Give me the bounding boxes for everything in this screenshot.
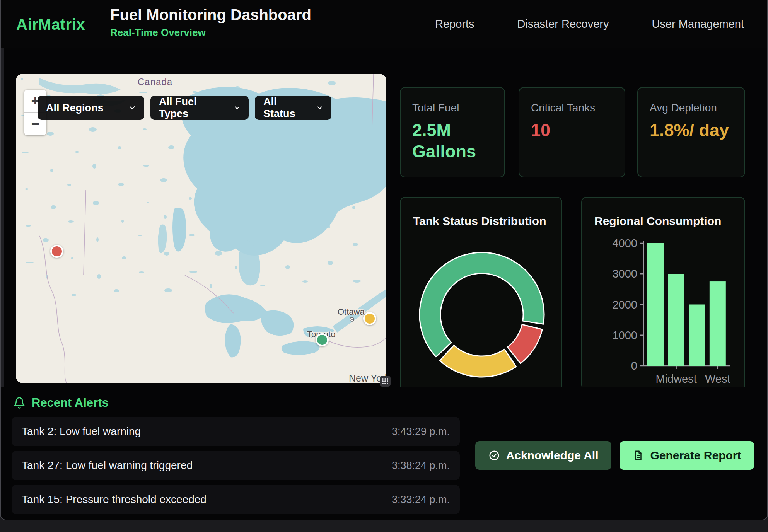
alert-text: Tank 2: Low fuel warning (22, 425, 141, 438)
app-window: AirMatrix Fuel Monitoring Dashboard Real… (0, 0, 768, 520)
fuel-type-filter-label: All Fuel Types (159, 96, 223, 120)
map-filter-row: All Regions All Fuel Types All Status (38, 96, 331, 120)
chevron-down-icon (233, 104, 241, 112)
alert-text: Tank 27: Low fuel warning triggered (22, 459, 193, 472)
stat-label: Total Fuel (412, 102, 493, 114)
svg-text:West: West (705, 373, 730, 385)
svg-text:Canada: Canada (138, 77, 172, 87)
nav-item-reports[interactable]: Reports (435, 18, 474, 31)
bar-0 (647, 243, 664, 366)
tank-marker-warning[interactable] (363, 312, 376, 325)
alert-row: Tank 2: Low fuel warning 3:43:29 p.m. (12, 417, 460, 446)
alert-time: 3:43:29 p.m. (392, 426, 450, 438)
generate-report-label: Generate Report (650, 449, 741, 462)
status-filter-select[interactable]: All Status (255, 96, 331, 120)
document-icon (632, 450, 644, 461)
nav-item-disaster-recovery[interactable]: Disaster Recovery (517, 18, 609, 31)
map-resize-handle[interactable] (380, 376, 391, 387)
svg-text:2000: 2000 (612, 298, 637, 311)
svg-text:3000: 3000 (612, 268, 637, 280)
svg-text:1000: 1000 (612, 329, 637, 341)
tank-marker-critical[interactable] (50, 245, 63, 258)
ottawa-town-icon (350, 317, 354, 322)
region-filter-select[interactable]: All Regions (38, 96, 144, 120)
stat-value: 10 (531, 119, 613, 141)
fuel-type-filter-select[interactable]: All Fuel Types (150, 96, 249, 120)
page-title: Fuel Monitoring Dashboard (110, 6, 311, 24)
regional-consumption-chart-card: Regional Consumption 01000200030004000Mi… (581, 197, 745, 390)
donut-segment-warning (440, 345, 516, 377)
tank-status-chart-card: Tank Status Distribution (400, 197, 562, 390)
alerts-title: Recent Alerts (32, 396, 109, 410)
acknowledge-all-label: Acknowledge All (506, 449, 599, 462)
alert-time: 3:33:24 p.m. (392, 494, 450, 506)
svg-text:4000: 4000 (612, 237, 637, 249)
header-bar: AirMatrix Fuel Monitoring Dashboard Real… (1, 0, 767, 48)
main-nav: Reports Disaster Recovery User Managemen… (435, 0, 744, 48)
acknowledge-all-button[interactable]: Acknowledge All (475, 441, 611, 470)
chevron-down-icon (128, 104, 137, 112)
brand-logo: AirMatrix (16, 16, 85, 33)
stat-card-total-fuel: Total Fuel 2.5M Gallons (400, 87, 505, 177)
alert-row: Tank 15: Pressure threshold exceeded 3:3… (12, 485, 460, 514)
check-circle-icon (488, 450, 500, 461)
alert-row: Tank 27: Low fuel warning triggered 3:38… (12, 451, 460, 480)
alert-text: Tank 15: Pressure threshold exceeded (22, 493, 207, 506)
bar-2 (689, 305, 705, 366)
regional-consumption-bar-chart: 01000200030004000MidwestWest (582, 198, 744, 389)
bell-icon (13, 397, 26, 409)
fuel-map[interactable]: Canada Ottawa Toronto New York + − All R… (16, 74, 386, 383)
alerts-header: Recent Alerts (13, 396, 109, 410)
chevron-down-icon (316, 104, 324, 112)
bar-1 (668, 274, 684, 366)
page-subtitle: Real-Time Overview (110, 27, 311, 39)
svg-text:Ottawa: Ottawa (338, 307, 365, 317)
status-filter-label: All Status (263, 96, 306, 120)
svg-text:Midwest: Midwest (655, 373, 696, 385)
tank-marker-normal[interactable] (316, 333, 329, 346)
stat-value: 2.5M Gallons (412, 119, 493, 162)
generate-report-button[interactable]: Generate Report (620, 441, 754, 470)
map-canvas: Canada Ottawa Toronto New York (16, 74, 386, 383)
stat-value: 1.8%/ day (650, 119, 733, 141)
nav-item-user-management[interactable]: User Management (652, 18, 744, 31)
tank-status-donut-chart (401, 198, 563, 389)
title-block: Fuel Monitoring Dashboard Real-Time Over… (110, 6, 311, 39)
stat-card-critical-tanks: Critical Tanks 10 (519, 87, 625, 177)
stat-label: Critical Tanks (531, 102, 613, 114)
donut-segment-critical (507, 324, 542, 363)
bar-3 (710, 281, 726, 366)
recent-alerts-panel: Recent Alerts Tank 2: Low fuel warning 3… (1, 387, 767, 520)
stat-label: Avg Depletion (650, 102, 733, 114)
stat-card-avg-depletion: Avg Depletion 1.8%/ day (637, 87, 745, 177)
svg-text:0: 0 (631, 360, 637, 372)
alert-time: 3:38:24 p.m. (392, 460, 450, 472)
region-filter-label: All Regions (46, 102, 104, 114)
